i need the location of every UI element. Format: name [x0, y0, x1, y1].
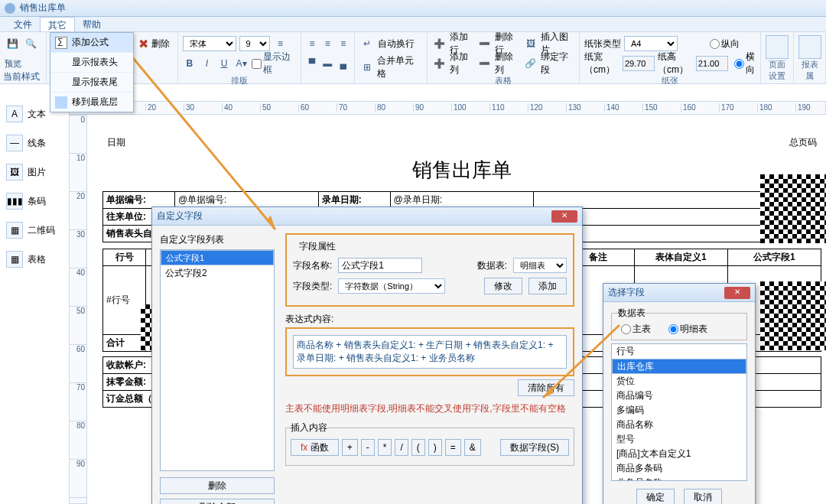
- dd-add-formula[interactable]: 添加公式: [50, 33, 133, 53]
- portrait-radio[interactable]: 纵向: [710, 37, 740, 50]
- popup-list-item[interactable]: 多编码: [612, 403, 746, 418]
- font-family-select[interactable]: 宋体: [183, 36, 236, 51]
- title-bar: 销售出库单: [0, 0, 826, 17]
- delete-x-icon[interactable]: ✖: [138, 37, 148, 51]
- insert-image-icon[interactable]: 🖼: [523, 36, 538, 51]
- paper-height-input[interactable]: [696, 56, 728, 71]
- op-mul[interactable]: *: [378, 439, 392, 456]
- tool-image[interactable]: 🖼图片: [0, 158, 69, 187]
- align-icon[interactable]: ≡: [273, 36, 288, 51]
- add-col-icon[interactable]: ➕: [432, 56, 447, 71]
- paper-type-select[interactable]: A4: [624, 36, 678, 51]
- popup-list-item[interactable]: [商品]文本自定义1: [612, 447, 746, 461]
- detail-table-radio[interactable]: 明细表: [668, 323, 707, 336]
- paper-width-input[interactable]: [623, 56, 655, 71]
- tool-qrcode[interactable]: ▦二维码: [0, 216, 69, 245]
- tool-line[interactable]: —线条: [0, 128, 69, 158]
- blank-icon: [55, 57, 67, 69]
- popup-close-button[interactable]: ✕: [724, 287, 750, 299]
- op-minus[interactable]: -: [361, 439, 375, 456]
- menu-other-dropdown: 添加公式 显示报表头 显示报表尾 移到最底层: [50, 32, 134, 112]
- italic-icon[interactable]: I: [200, 56, 214, 71]
- field-list-item[interactable]: 公式字段1: [161, 250, 274, 265]
- clear-all-button[interactable]: 清除所有: [518, 379, 574, 396]
- font-size-select[interactable]: 9: [239, 36, 270, 51]
- autowrap-icon[interactable]: ↵: [359, 36, 375, 51]
- window-title: 销售出库单: [20, 2, 66, 15]
- field-list-item[interactable]: 公式字段2: [161, 265, 274, 281]
- blank-icon: [55, 76, 67, 89]
- dd-move-bottom-label: 移到最底层: [72, 96, 118, 109]
- popup-list-item[interactable]: 商品编号: [612, 389, 746, 403]
- preview-label: 预览: [5, 55, 41, 72]
- op-plus[interactable]: +: [342, 439, 358, 456]
- popup-ok-button[interactable]: 确定: [636, 489, 675, 504]
- menu-help[interactable]: 帮助: [75, 17, 109, 31]
- modify-button[interactable]: 修改: [484, 278, 522, 294]
- save-icon[interactable]: 💾: [5, 36, 20, 51]
- dd-show-footer[interactable]: 显示报表尾: [50, 73, 133, 93]
- op-lparen[interactable]: (: [411, 439, 425, 456]
- merge-cells-icon[interactable]: ⊞: [359, 60, 375, 75]
- underline-icon[interactable]: U: [217, 56, 232, 71]
- dialog-title: 自定义字段: [157, 210, 203, 223]
- data-field-button[interactable]: 数据字段(S): [500, 439, 569, 456]
- popup-list-item[interactable]: 商品多条码: [612, 461, 746, 476]
- popup-list-item[interactable]: 商品名称: [612, 418, 746, 432]
- app-icon: [5, 3, 15, 14]
- ruler-horizontal: 0102030405060708090100110120130140150160…: [69, 101, 826, 115]
- expression-textarea[interactable]: 商品名称 + 销售表头自定义1: + 生产日期 + 销售表头自定义1: + 录单…: [293, 335, 567, 369]
- dialog-close-button[interactable]: ✕: [551, 210, 577, 223]
- align-center-icon[interactable]: ≡: [321, 36, 333, 51]
- add-button[interactable]: 添加: [528, 278, 567, 294]
- field-type-select[interactable]: 字符数据（String）: [338, 278, 445, 294]
- qr-bottom: [760, 281, 826, 350]
- font-color-icon[interactable]: A▾: [234, 56, 249, 71]
- dd-move-bottom[interactable]: 移到最底层: [50, 93, 133, 112]
- menu-file[interactable]: 文件: [6, 17, 40, 31]
- bind-field-icon[interactable]: 🔗: [523, 56, 538, 71]
- align-left-icon[interactable]: ≡: [306, 36, 318, 51]
- dd-show-header[interactable]: 显示报表头: [50, 53, 133, 73]
- text-icon: A: [6, 106, 23, 122]
- valign-top-icon[interactable]: ▀: [306, 56, 318, 71]
- field-listbox[interactable]: 公式字段1 公式字段2: [160, 249, 275, 471]
- delete-all-field-button[interactable]: 删除全部: [160, 499, 275, 504]
- merge-cells-label: 合并单元格: [377, 54, 422, 80]
- del-col-icon[interactable]: ➖: [478, 56, 493, 71]
- popup-list-item[interactable]: 出库仓库: [612, 359, 746, 374]
- popup-field-list[interactable]: 行号出库仓库货位商品编号多编码商品名称型号[商品]文本自定义1商品多条码业务员名…: [611, 343, 747, 481]
- delete-field-button[interactable]: 删除: [160, 477, 275, 494]
- op-rparen[interactable]: ): [428, 439, 442, 456]
- page-setup-button[interactable]: [766, 35, 789, 59]
- landscape-radio[interactable]: 横向: [734, 50, 756, 76]
- select-field-popup: 选择字段 ✕ 数据表 主表 明细表 行号出库仓库货位商品编号多编码商品名称型号[…: [603, 283, 756, 504]
- op-eq[interactable]: =: [445, 439, 461, 456]
- del-row-icon[interactable]: ➖: [478, 36, 493, 51]
- add-row-icon[interactable]: ➕: [432, 36, 447, 51]
- bold-icon[interactable]: B: [183, 56, 197, 71]
- popup-list-item[interactable]: 行号: [612, 344, 746, 359]
- op-amp[interactable]: &: [464, 439, 481, 456]
- field-list-caption: 自定义字段列表: [160, 233, 275, 246]
- preview-icon[interactable]: 🔍: [23, 36, 38, 51]
- popup-title: 选择字段: [608, 286, 645, 299]
- show-border-checkbox[interactable]: 显示边框: [252, 50, 296, 76]
- function-button[interactable]: fx 函数: [291, 439, 339, 456]
- main-table-radio[interactable]: 主表: [621, 323, 651, 336]
- popup-list-item[interactable]: 业务员名称: [612, 476, 746, 481]
- field-name-input[interactable]: [338, 258, 422, 273]
- tool-table[interactable]: ▦表格: [0, 245, 69, 274]
- data-table-select[interactable]: 明细表: [513, 258, 567, 273]
- popup-list-item[interactable]: 货位: [612, 374, 746, 389]
- valign-bot-icon[interactable]: ▄: [337, 56, 349, 71]
- valign-mid-icon[interactable]: ▬: [321, 56, 333, 71]
- report-prop-button[interactable]: [798, 35, 821, 59]
- menu-other[interactable]: 其它: [40, 17, 75, 31]
- popup-cancel-button[interactable]: 取消: [684, 489, 722, 504]
- op-div[interactable]: /: [395, 439, 408, 456]
- tool-barcode[interactable]: ▮▮▮条码: [0, 187, 69, 216]
- popup-list-item[interactable]: 型号: [612, 432, 746, 447]
- move-bottom-icon: [55, 96, 67, 109]
- align-right-icon[interactable]: ≡: [337, 36, 349, 51]
